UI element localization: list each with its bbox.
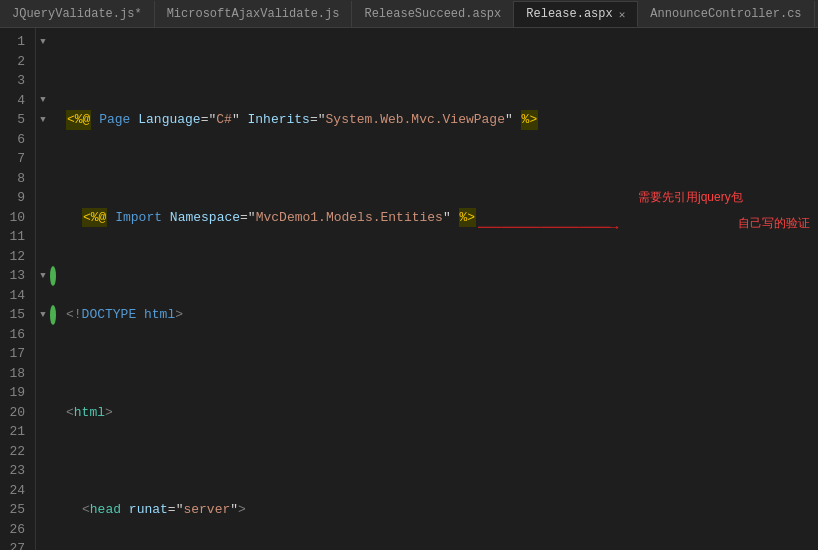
collapse-indicators: ▼ ▼ ▼ ▼ ▼: [36, 28, 50, 550]
indicators: [50, 28, 58, 550]
tab-microsoftajax-label: MicrosoftAjaxValidate.js: [167, 7, 340, 21]
code-content[interactable]: <%@ Page Language="C#" Inherits="System.…: [58, 28, 818, 550]
collapse-1[interactable]: ▼: [40, 37, 45, 47]
code-line-5: <head runat="server">: [66, 500, 818, 520]
tab-release-close[interactable]: ✕: [619, 8, 626, 21]
tab-release[interactable]: Release.aspx ✕: [514, 1, 638, 27]
collapse-4[interactable]: ▼: [40, 95, 45, 105]
collapse-5[interactable]: ▼: [40, 115, 45, 125]
tab-announcecontroller-label: AnnounceController.cs: [650, 7, 801, 21]
collapse-13[interactable]: ▼: [40, 271, 45, 281]
tab-announcecontroller[interactable]: AnnounceController.cs: [638, 1, 814, 27]
annotation-jquery-text: 需要先引用jquery包: [638, 188, 743, 206]
tab-microsoftajax[interactable]: MicrosoftAjaxValidate.js: [155, 1, 353, 27]
collapse-15[interactable]: ▼: [40, 310, 45, 320]
code-line-2: <%@ Import Namespace="MvcDemo1.Models.En…: [66, 208, 818, 228]
tab-jqueryvalidate-label: JQueryValidate.js*: [12, 7, 142, 21]
tab-bar: JQueryValidate.js* MicrosoftAjaxValidate…: [0, 0, 818, 28]
tab-releasesucceed[interactable]: ReleaseSucceed.aspx: [352, 1, 514, 27]
tab-jqueryvalidate[interactable]: JQueryValidate.js*: [0, 1, 155, 27]
code-line-4: <html>: [66, 403, 818, 423]
editor-area: 12345 678910 1112131415 1617181920 21222…: [0, 28, 818, 550]
line-numbers: 12345 678910 1112131415 1617181920 21222…: [0, 28, 36, 550]
tab-release-label: Release.aspx: [526, 7, 612, 21]
code-line-3: <!DOCTYPE html>: [66, 305, 818, 325]
tab-releasesucceed-label: ReleaseSucceed.aspx: [364, 7, 501, 21]
code-line-1: <%@ Page Language="C#" Inherits="System.…: [66, 110, 818, 130]
